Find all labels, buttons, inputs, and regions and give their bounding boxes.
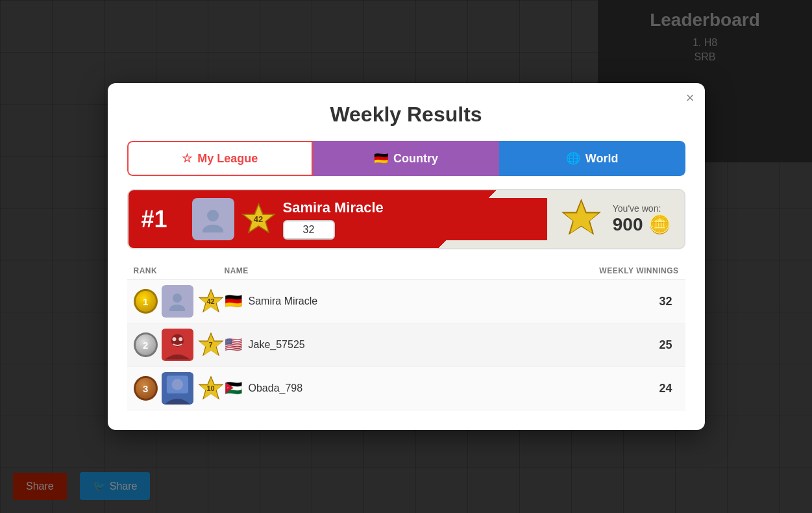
svg-point-1 [203, 225, 223, 232]
tab-world-label: World [585, 152, 619, 166]
svg-point-19 [171, 379, 183, 390]
tab-country[interactable]: 🇩🇪 Country [313, 141, 499, 176]
svg-point-0 [207, 210, 219, 221]
player-star-num-1: 42 [206, 297, 214, 305]
winner-star-badge: 42 [241, 201, 277, 237]
svg-point-13 [178, 337, 182, 341]
prize-amount: 900 [613, 214, 643, 235]
winner-avatar [192, 198, 234, 240]
svg-marker-5 [565, 202, 598, 233]
medal-bronze: 3 [134, 376, 158, 401]
winner-right: You've won: 900 🪙 [547, 197, 671, 242]
winnings-cell-2: 25 [575, 338, 679, 352]
winner-name: Samira Miracle [283, 199, 384, 216]
name-header: NAME [225, 266, 575, 275]
player-avatar-1 [162, 285, 193, 318]
rank-number: 1 [143, 296, 148, 307]
player-flag-3: 🇯🇴 [225, 381, 242, 395]
globe-icon: 🌐 [566, 151, 580, 166]
winner-rank: #1 [141, 206, 180, 233]
tab-country-label: Country [393, 152, 438, 166]
rank-cell: 3 [134, 372, 225, 405]
name-cell-3: 🇯🇴 Obada_798 [225, 381, 575, 395]
winner-info: Samira Miracle 32 [283, 199, 384, 240]
player-star-num-2: 7 [208, 341, 212, 349]
tab-my-league[interactable]: ☆ My League [127, 141, 314, 176]
table-header: RANK NAME WEEKLY WINNINGS [127, 262, 685, 280]
player-star-3: 10 [197, 375, 225, 402]
germany-flag-icon: 🇩🇪 [374, 151, 388, 166]
player-name-3: Obada_798 [249, 382, 303, 394]
name-cell-2: 🇺🇸 Jake_57525 [225, 338, 575, 352]
tab-world[interactable]: 🌐 World [499, 141, 685, 176]
name-cell-1: 🇩🇪 Samira Miracle [225, 294, 575, 308]
modal-container: × Weekly Results ☆ My League 🇩🇪 Country … [108, 83, 705, 430]
leaderboard-scroll-area[interactable]: 1 42 [127, 280, 685, 410]
player-star-num-3: 10 [206, 384, 214, 392]
tab-row: ☆ My League 🇩🇪 Country 🌐 World [127, 141, 685, 176]
rank-number: 3 [143, 383, 148, 394]
medal-silver: 2 [134, 332, 158, 357]
winner-prize-info: You've won: 900 🪙 [613, 203, 671, 235]
modal-overlay: × Weekly Results ☆ My League 🇩🇪 Country … [0, 0, 812, 513]
modal-title: Weekly Results [127, 103, 685, 127]
coins-icon: 🪙 [648, 214, 671, 235]
player-flag-2: 🇺🇸 [225, 338, 242, 352]
table-row: 1 42 [127, 280, 685, 323]
player-star-1: 42 [197, 288, 225, 315]
player-flag-1: 🇩🇪 [225, 294, 242, 308]
player-avatar-2 [162, 329, 193, 361]
player-name-2: Jake_57525 [249, 339, 305, 351]
svg-point-6 [173, 294, 182, 303]
player-name-1: Samira Miracle [249, 295, 318, 307]
rank-cell: 2 [134, 329, 225, 361]
winner-score: 32 [283, 220, 335, 240]
rank-cell: 1 42 [134, 285, 225, 318]
tab-my-league-label: My League [197, 152, 258, 166]
you-won-label: You've won: [613, 203, 671, 214]
svg-point-7 [169, 305, 185, 311]
table-row: 3 [127, 367, 685, 410]
prize-star-icon [560, 197, 602, 242]
medal-gold: 1 [134, 289, 158, 314]
winner-banner-left: #1 42 Samira Miracle 32 [141, 198, 547, 240]
modal-close-button[interactable]: × [686, 91, 695, 105]
winnings-cell-3: 24 [575, 382, 679, 395]
table-row: 2 [127, 323, 685, 367]
winnings-cell-1: 32 [575, 295, 679, 308]
svg-point-12 [172, 337, 176, 341]
player-avatar-3 [162, 372, 193, 405]
winner-banner: #1 42 Samira Miracle 32 [127, 189, 685, 249]
winner-star-level: 42 [254, 214, 263, 224]
winnings-header: WEEKLY WINNINGS [575, 266, 679, 275]
rank-number: 2 [143, 340, 148, 351]
star-outline-icon: ☆ [182, 151, 192, 166]
player-star-2: 7 [197, 331, 225, 358]
rank-header: RANK [134, 266, 225, 275]
